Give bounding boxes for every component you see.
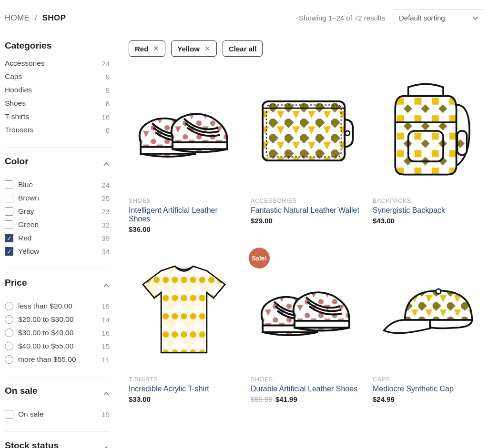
product-card[interactable]: ACCESSORIES Fantastic Natural Leather Wa… — [251, 69, 361, 233]
price-filter-item[interactable]: $30.00 to $40.0016 — [5, 326, 110, 339]
category-item[interactable]: T-shirts16 — [5, 110, 110, 123]
category-label: Trousers — [5, 126, 34, 134]
radio[interactable] — [5, 355, 13, 364]
checkbox[interactable] — [5, 410, 13, 418]
breadcrumb-home[interactable]: HOME — [5, 13, 30, 22]
price-count: 11 — [102, 356, 110, 364]
product-card[interactable]: Sale! SHOES Durable Artificial Leather S… — [251, 248, 361, 403]
checkbox[interactable] — [5, 234, 13, 242]
product-card[interactable]: SHOES Intelligent Artificial Leather Sho… — [129, 69, 239, 233]
product-price: $59.99$41.99 — [251, 395, 361, 403]
divider — [5, 147, 110, 148]
divider — [5, 269, 110, 269]
category-item[interactable]: Shoes8 — [5, 97, 110, 110]
close-icon[interactable]: ✕ — [204, 44, 211, 53]
price-filter-item[interactable]: $20.00 to $30.0014 — [5, 313, 110, 326]
chip-label: Red — [135, 45, 148, 53]
product-category: BACKPACKS — [373, 198, 483, 204]
product-title[interactable]: Intelligent Artificial Leather Shoes — [129, 206, 239, 223]
category-count: 6 — [106, 126, 110, 134]
old-price: $59.99 — [251, 395, 273, 403]
color-filter-item[interactable]: Brown25 — [5, 191, 110, 205]
sort-select[interactable]: Default sorting — [393, 10, 483, 26]
category-label: Hoodies — [5, 86, 32, 94]
price: $24.99 — [373, 395, 395, 403]
price-filter-item[interactable]: more than $55.0011 — [5, 353, 110, 366]
color-count: 23 — [102, 208, 110, 216]
category-label: Caps — [5, 72, 22, 81]
product-category: T-SHIRTS — [129, 376, 239, 383]
color-filter-item[interactable]: Gray23 — [5, 205, 110, 218]
price: $33.00 — [129, 395, 151, 403]
filter-chip[interactable]: Yellow✕ — [171, 40, 217, 57]
chevron-up-icon[interactable] — [103, 390, 110, 397]
category-item[interactable]: Accessories24 — [5, 57, 110, 70]
category-item[interactable]: Caps9 — [5, 70, 110, 83]
product-card[interactable]: CAPS Mediocre Synthetic Cap $24.99 — [373, 248, 483, 403]
price-filter-item[interactable]: $40.00 to $55.0015 — [5, 339, 110, 353]
checkbox[interactable] — [5, 220, 13, 229]
color-label: Blue — [18, 180, 33, 189]
price-label: less than $20.00 — [18, 302, 72, 310]
product-title[interactable]: Mediocre Synthetic Cap — [373, 385, 483, 393]
color-filter-item[interactable]: Red39 — [5, 231, 110, 245]
breadcrumb: HOME / SHOP — [5, 13, 66, 23]
product-image — [373, 248, 483, 371]
product-price: $36.00 — [129, 225, 239, 233]
product-category: SHOES — [129, 198, 239, 204]
filter-onsale[interactable]: On sale 19 — [5, 408, 110, 421]
color-label: Brown — [18, 194, 39, 202]
product-card[interactable]: T-SHIRTS Incredible Acrylic T-shirt $33.… — [129, 248, 239, 403]
stock-title: Stock status — [5, 440, 59, 448]
product-image — [373, 69, 483, 193]
radio[interactable] — [5, 315, 13, 324]
category-count: 9 — [106, 73, 110, 81]
product-price: $24.99 — [373, 395, 483, 403]
price-count: 14 — [102, 316, 110, 324]
radio[interactable] — [5, 329, 13, 337]
category-item[interactable]: Trousers6 — [5, 123, 110, 137]
divider — [5, 377, 110, 377]
category-label: Accessories — [5, 59, 45, 68]
product-image — [129, 69, 239, 193]
breadcrumb-sep: / — [35, 13, 37, 22]
categories-title: Categories — [5, 40, 110, 51]
color-filter-item[interactable]: Yellow34 — [5, 245, 110, 258]
product-title[interactable]: Durable Artificial Leather Shoes — [251, 385, 361, 393]
color-count: 24 — [102, 181, 110, 189]
widget-price: Price less than $20.0019$20.00 to $30.00… — [5, 278, 110, 366]
chevron-up-icon[interactable] — [103, 282, 110, 289]
sidebar: Categories Accessories24Caps9Hoodies9Sho… — [5, 40, 110, 448]
clear-all-chip[interactable]: Clear all — [223, 40, 263, 57]
checkbox[interactable] — [5, 194, 13, 202]
category-count: 24 — [102, 60, 110, 68]
checkbox[interactable] — [5, 180, 13, 189]
price-filter-item[interactable]: less than $20.0019 — [5, 299, 110, 313]
onsale-title: On sale — [5, 386, 38, 396]
radio[interactable] — [5, 342, 13, 350]
product-image — [129, 248, 239, 371]
price-label: more than $55.00 — [18, 355, 76, 364]
checkbox[interactable] — [5, 247, 13, 256]
product-title[interactable]: Synergistic Backpack — [373, 206, 483, 215]
product-card[interactable]: BACKPACKS Synergistic Backpack $43.00 — [373, 69, 483, 233]
category-count: 16 — [102, 113, 110, 121]
close-icon[interactable]: ✕ — [153, 44, 159, 53]
color-filter-item[interactable]: Green32 — [5, 218, 110, 231]
chevron-up-icon[interactable] — [103, 445, 110, 448]
product-title[interactable]: Incredible Acrylic T-shirt — [129, 385, 239, 393]
filter-chip[interactable]: Red✕ — [129, 40, 165, 57]
category-count: 8 — [106, 100, 110, 108]
price: $29.00 — [251, 217, 273, 225]
product-title[interactable]: Fantastic Natural Leather Wallet — [251, 206, 361, 215]
category-item[interactable]: Hoodies9 — [5, 83, 110, 97]
color-filter-item[interactable]: Blue24 — [5, 178, 110, 191]
checkbox[interactable] — [5, 207, 13, 216]
color-title: Color — [5, 156, 29, 167]
category-label: Shoes — [5, 99, 26, 108]
chip-label: Yellow — [177, 45, 200, 53]
radio[interactable] — [5, 302, 13, 310]
chevron-up-icon[interactable] — [103, 161, 110, 168]
price-label: $30.00 to $40.00 — [18, 329, 73, 337]
color-label: Red — [18, 234, 31, 242]
